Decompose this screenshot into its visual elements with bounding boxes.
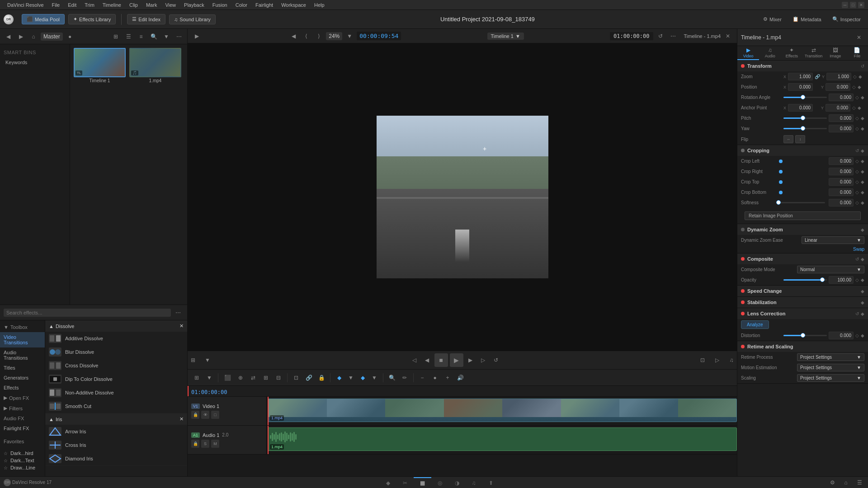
softness-slider[interactable] bbox=[781, 202, 825, 203]
marker-dropdown2[interactable]: ▼ bbox=[369, 372, 380, 383]
effect-cross-iris[interactable]: Cross Iris bbox=[45, 438, 187, 452]
audio-solo-btn[interactable]: M bbox=[211, 440, 219, 448]
effect-additive-dissolve[interactable]: Additive Dissolve bbox=[45, 332, 187, 345]
anchor-reset-btn[interactable]: ◇ bbox=[852, 105, 856, 110]
left-nav-forward[interactable]: ▶ bbox=[15, 31, 26, 42]
analyze-button[interactable]: Analyze bbox=[741, 320, 769, 329]
scaling-dropdown[interactable]: Project Settings ▼ bbox=[797, 374, 864, 382]
mixer-button[interactable]: ⚙ Mixer bbox=[760, 14, 785, 24]
filters-nav[interactable]: ▶ Filters bbox=[0, 403, 45, 413]
menu-fusion[interactable]: Fusion bbox=[209, 1, 231, 9]
speed-change-keyframe[interactable]: ◆ bbox=[861, 289, 864, 294]
menu-fairlight[interactable]: Fairlight bbox=[252, 1, 277, 9]
crop-left-keyframe[interactable]: ◆ bbox=[861, 159, 864, 164]
page-tab-cut[interactable]: ✂ bbox=[396, 477, 414, 488]
tl-ripledit-btn[interactable]: ⊟ bbox=[273, 372, 284, 383]
distortion-reset[interactable]: ◇ bbox=[855, 333, 859, 338]
minimize-button[interactable]: ─ bbox=[842, 2, 848, 8]
left-nav-back[interactable]: ◀ bbox=[3, 31, 14, 42]
cropping-header[interactable]: Cropping ↺ ◆ bbox=[737, 145, 868, 156]
open-fx-nav[interactable]: ▶ Open FX bbox=[0, 393, 45, 403]
stabilization-keyframe[interactable]: ◆ bbox=[861, 300, 864, 305]
tl-link-btn[interactable]: 🔗 bbox=[303, 372, 314, 383]
tl-append-btn[interactable]: ⊞ bbox=[260, 372, 271, 383]
crop-right-reset[interactable]: ◇ bbox=[855, 169, 859, 174]
crop-top-value[interactable]: 0.000 bbox=[829, 178, 854, 186]
media-thumb-video1[interactable]: 🎵 1.mp4 bbox=[129, 48, 181, 83]
close-button[interactable]: ✕ bbox=[858, 2, 864, 8]
crop-left-value[interactable]: 0.000 bbox=[829, 157, 854, 165]
tl-minus-btn[interactable]: − bbox=[417, 372, 428, 383]
video-square-btn[interactable]: □ bbox=[211, 411, 219, 419]
menu-timeline[interactable]: Timeline bbox=[99, 1, 125, 9]
zoom-link-icon[interactable]: 🔗 bbox=[815, 74, 820, 79]
flip-h-btn[interactable]: ↔ bbox=[783, 135, 793, 143]
speed-change-header[interactable]: Speed Change ◆ bbox=[737, 286, 868, 296]
edit-index-button[interactable]: ☰ Edit Index bbox=[127, 14, 165, 24]
effect-dip-color[interactable]: Dip To Color Dissolve bbox=[45, 372, 187, 386]
menu-davinci[interactable]: DaVinci Resolve bbox=[4, 1, 47, 9]
view-grid-btn[interactable]: ⊞ bbox=[110, 31, 121, 42]
home-icon-btn[interactable]: ⌂ bbox=[841, 478, 851, 488]
composite-mode-dropdown[interactable]: Normal ▼ bbox=[797, 266, 864, 273]
tl-edit-btn[interactable]: ✏ bbox=[399, 372, 410, 383]
effect-blur-dissolve[interactable]: Blur Dissolve bbox=[45, 345, 187, 359]
page-tab-deliver[interactable]: ⬆ bbox=[482, 477, 500, 488]
rotation-reset-btn[interactable]: ◇ bbox=[855, 95, 859, 100]
menu-view[interactable]: View bbox=[161, 1, 179, 9]
tl-replace-btn[interactable]: ⇄ bbox=[248, 372, 259, 383]
crop-bottom-value[interactable]: 0.000 bbox=[829, 188, 854, 196]
menu-edit[interactable]: Edit bbox=[64, 1, 80, 9]
zoom-level[interactable]: 24% bbox=[326, 32, 342, 40]
distortion-keyframe[interactable]: ◆ bbox=[861, 333, 864, 338]
page-tab-media[interactable]: ◆ bbox=[380, 477, 396, 488]
dissolve-header[interactable]: ▲ Dissolve ✕ bbox=[45, 320, 187, 332]
insp-tab-image[interactable]: 🖼 Image bbox=[825, 46, 846, 60]
flip-v-btn[interactable]: ↕ bbox=[795, 135, 805, 143]
fairlight-fx-nav[interactable]: Fairlight FX bbox=[0, 423, 45, 433]
zoom-reset-btn[interactable]: ◇ bbox=[853, 74, 857, 79]
loop-btn[interactable]: ↺ bbox=[491, 355, 501, 366]
audio-mute-btn2[interactable]: S bbox=[201, 440, 209, 448]
titles-nav[interactable]: Titles bbox=[0, 363, 45, 373]
rotation-value[interactable]: 0.000 bbox=[829, 94, 854, 101]
rotation-slider[interactable] bbox=[783, 97, 827, 98]
dynamic-zoom-ease-dropdown[interactable]: Linear ▼ bbox=[802, 236, 864, 244]
yaw-slider[interactable] bbox=[783, 128, 827, 129]
crop-top-keyframe[interactable]: ◆ bbox=[861, 179, 864, 184]
effects-search-input[interactable] bbox=[4, 309, 171, 317]
insp-tab-video[interactable]: ▶ Video bbox=[737, 46, 759, 60]
tl-plus-btn[interactable]: + bbox=[442, 372, 453, 383]
menu-mark[interactable]: Mark bbox=[142, 1, 160, 9]
fav-item-1[interactable]: ☆ Dark...Text bbox=[0, 457, 45, 464]
stabilization-header[interactable]: Stabilization ◆ bbox=[737, 297, 868, 308]
next-clip-btn[interactable]: ⟨ bbox=[301, 31, 311, 42]
toolbox-nav[interactable]: ▼ Toolbox bbox=[0, 322, 45, 332]
master-label[interactable]: Master bbox=[41, 33, 63, 41]
opacity-reset-btn[interactable]: ◇ bbox=[855, 277, 859, 282]
zoom-dropdown[interactable]: ▼ bbox=[344, 31, 355, 42]
effects-library-button[interactable]: ✦ Effects Library bbox=[68, 14, 116, 24]
audio-clip[interactable]: 1.mp4 bbox=[268, 427, 737, 451]
next-clip-btn2[interactable]: ▷ bbox=[478, 355, 489, 366]
tl-overwrite-btn[interactable]: ⊕ bbox=[235, 372, 246, 383]
crop-bottom-keyframe[interactable]: ◆ bbox=[861, 190, 864, 195]
effects-nav-item[interactable]: Effects bbox=[0, 383, 45, 393]
lens-correction-reset[interactable]: ↺ bbox=[855, 311, 859, 316]
distortion-value[interactable]: 0.000 bbox=[829, 332, 854, 339]
audio-lock-btn[interactable]: 🔒 bbox=[191, 440, 199, 448]
more-options-btn[interactable]: ⋯ bbox=[174, 31, 184, 42]
page-tab-color[interactable]: ◑ bbox=[448, 477, 466, 488]
crop-bottom-reset[interactable]: ◇ bbox=[855, 190, 859, 195]
insp-tab-transition[interactable]: ⇄ Transition bbox=[803, 46, 825, 60]
retime-process-dropdown[interactable]: Project Settings ▼ bbox=[797, 353, 864, 361]
audio-transitions-nav[interactable]: Audio Transitions bbox=[0, 347, 45, 363]
menu-clip[interactable]: Clip bbox=[126, 1, 142, 9]
crop-right-keyframe[interactable]: ◆ bbox=[861, 169, 864, 174]
keywords-item[interactable]: Keywords bbox=[4, 59, 66, 66]
media-pool-button[interactable]: ⬛ Media Pool bbox=[22, 14, 65, 24]
transform-reset-btn[interactable]: ↺ bbox=[861, 64, 864, 69]
pos-y-value[interactable]: 0.000 bbox=[826, 83, 850, 91]
retime-scaling-header[interactable]: Retime and Scaling bbox=[737, 341, 868, 352]
play-btn[interactable]: ▶ bbox=[450, 353, 463, 367]
